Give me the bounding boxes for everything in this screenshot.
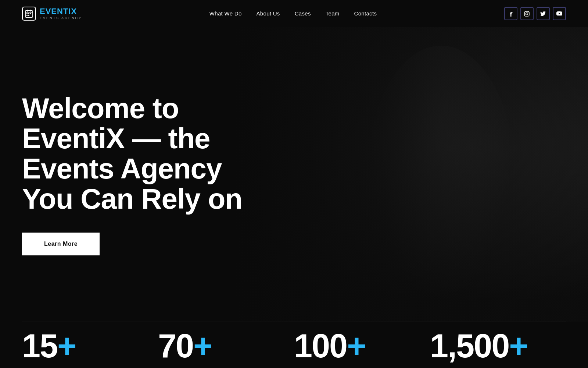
- svg-rect-4: [26, 13, 28, 14]
- nav-link-contacts[interactable]: Contacts: [354, 10, 377, 17]
- svg-rect-9: [524, 11, 529, 16]
- youtube-icon[interactable]: [553, 7, 566, 20]
- instagram-icon[interactable]: [520, 7, 534, 20]
- nav-links: What We Do About Us Cases Team Contacts: [209, 10, 377, 17]
- stats-bar: 15+ 70+ 100+ 1,500+: [0, 322, 588, 368]
- svg-rect-5: [28, 13, 29, 14]
- stat-number-3: 1,500+: [430, 329, 566, 362]
- nav-link-about-us[interactable]: About Us: [257, 10, 280, 17]
- hero-section: Welcome to EventiX — the Events Agency Y…: [0, 27, 588, 329]
- hero-content: Welcome to EventiX — the Events Agency Y…: [22, 93, 309, 255]
- stat-number-2: 100+: [294, 329, 430, 362]
- svg-point-10: [526, 13, 528, 15]
- stat-item-2: 100+: [294, 322, 430, 368]
- svg-rect-8: [28, 15, 29, 16]
- logo-icon: [22, 7, 36, 21]
- nav-item-contacts[interactable]: Contacts: [354, 10, 377, 17]
- nav-item-what-we-do[interactable]: What We Do: [209, 10, 242, 17]
- hero-title: Welcome to EventiX — the Events Agency Y…: [22, 93, 309, 214]
- nav-item-team[interactable]: Team: [326, 10, 340, 17]
- facebook-icon[interactable]: [504, 7, 517, 20]
- logo-text: EVENTIX EVENTS AGENCY: [40, 7, 82, 20]
- logo[interactable]: EVENTIX EVENTS AGENCY: [22, 7, 82, 21]
- nav-link-cases[interactable]: Cases: [295, 10, 311, 17]
- svg-point-11: [528, 12, 529, 13]
- stat-item-3: 1,500+: [430, 322, 566, 368]
- twitter-icon[interactable]: [537, 7, 550, 20]
- logo-name: EVENTIX: [40, 7, 82, 15]
- nav-link-team[interactable]: Team: [326, 10, 340, 17]
- learn-more-button[interactable]: Learn More: [22, 233, 100, 255]
- stat-number-1: 70+: [158, 329, 294, 362]
- stat-item-1: 70+: [158, 322, 294, 368]
- stat-item-0: 15+: [22, 322, 158, 368]
- nav-item-about-us[interactable]: About Us: [257, 10, 280, 17]
- svg-rect-7: [26, 15, 28, 16]
- logo-tagline: EVENTS AGENCY: [40, 16, 82, 20]
- navbar: EVENTIX EVENTS AGENCY What We Do About U…: [0, 0, 588, 27]
- stat-number-0: 15+: [22, 329, 158, 362]
- nav-link-what-we-do[interactable]: What We Do: [209, 10, 242, 17]
- nav-item-cases[interactable]: Cases: [295, 10, 311, 17]
- social-icons: [504, 7, 566, 20]
- svg-rect-6: [30, 13, 31, 14]
